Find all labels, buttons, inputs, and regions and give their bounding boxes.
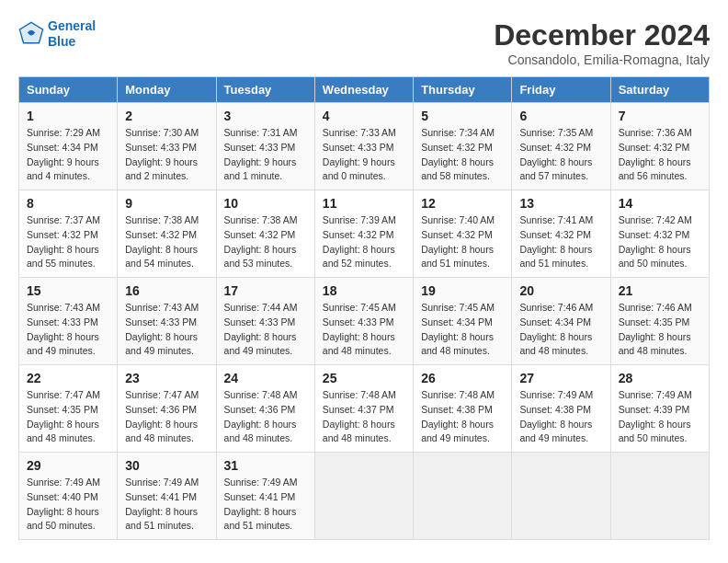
day-info: Sunrise: 7:49 AM Sunset: 4:39 PM Dayligh… — [619, 388, 701, 446]
day-info: Sunrise: 7:40 AM Sunset: 4:32 PM Dayligh… — [421, 213, 504, 271]
location-subtitle: Consandolo, Emilia-Romagna, Italy — [494, 52, 710, 67]
day-info: Sunrise: 7:34 AM Sunset: 4:32 PM Dayligh… — [421, 126, 504, 184]
calendar-cell: 17 Sunrise: 7:44 AM Sunset: 4:33 PM Dayl… — [216, 278, 314, 365]
calendar-cell: 6 Sunrise: 7:35 AM Sunset: 4:32 PM Dayli… — [512, 103, 610, 190]
day-info: Sunrise: 7:43 AM Sunset: 4:33 PM Dayligh… — [125, 301, 208, 359]
day-number: 5 — [421, 109, 504, 123]
day-number: 14 — [619, 196, 701, 211]
day-number: 8 — [27, 196, 109, 211]
day-header-tuesday: Tuesday — [216, 77, 314, 103]
calendar-cell — [414, 453, 512, 540]
calendar-cell: 3 Sunrise: 7:31 AM Sunset: 4:33 PM Dayli… — [216, 103, 314, 190]
calendar-cell: 27 Sunrise: 7:49 AM Sunset: 4:38 PM Dayl… — [512, 365, 610, 453]
day-info: Sunrise: 7:35 AM Sunset: 4:32 PM Dayligh… — [519, 126, 602, 184]
day-number: 17 — [224, 283, 307, 298]
day-number: 21 — [619, 283, 701, 298]
day-header-wednesday: Wednesday — [314, 77, 413, 103]
day-info: Sunrise: 7:37 AM Sunset: 4:32 PM Dayligh… — [27, 213, 109, 271]
day-number: 24 — [224, 371, 307, 385]
page-header: General Blue December 2024 Consandolo, E… — [18, 18, 710, 67]
day-info: Sunrise: 7:38 AM Sunset: 4:32 PM Dayligh… — [224, 213, 307, 271]
day-number: 10 — [224, 196, 307, 211]
calendar-week-3: 15 Sunrise: 7:43 AM Sunset: 4:33 PM Dayl… — [19, 278, 710, 365]
day-info: Sunrise: 7:46 AM Sunset: 4:35 PM Dayligh… — [619, 301, 701, 359]
calendar-cell: 1 Sunrise: 7:29 AM Sunset: 4:34 PM Dayli… — [19, 103, 118, 190]
day-number: 16 — [125, 283, 208, 298]
day-info: Sunrise: 7:49 AM Sunset: 4:41 PM Dayligh… — [224, 476, 307, 534]
day-number: 15 — [27, 283, 109, 298]
calendar-cell: 9 Sunrise: 7:38 AM Sunset: 4:32 PM Dayli… — [118, 190, 216, 278]
day-info: Sunrise: 7:45 AM Sunset: 4:34 PM Dayligh… — [421, 301, 504, 359]
calendar-cell: 12 Sunrise: 7:40 AM Sunset: 4:32 PM Dayl… — [414, 190, 512, 278]
day-info: Sunrise: 7:41 AM Sunset: 4:32 PM Dayligh… — [519, 213, 602, 271]
calendar-cell: 25 Sunrise: 7:48 AM Sunset: 4:37 PM Dayl… — [314, 365, 413, 453]
day-number: 23 — [125, 371, 208, 385]
calendar-cell: 20 Sunrise: 7:46 AM Sunset: 4:34 PM Dayl… — [512, 278, 610, 365]
day-number: 22 — [27, 371, 109, 385]
calendar-cell: 13 Sunrise: 7:41 AM Sunset: 4:32 PM Dayl… — [512, 190, 610, 278]
calendar-cell: 22 Sunrise: 7:47 AM Sunset: 4:35 PM Dayl… — [19, 365, 118, 453]
day-number: 2 — [125, 109, 208, 123]
day-number: 26 — [421, 371, 504, 385]
calendar-cell: 2 Sunrise: 7:30 AM Sunset: 4:33 PM Dayli… — [118, 103, 216, 190]
calendar-cell: 11 Sunrise: 7:39 AM Sunset: 4:32 PM Dayl… — [314, 190, 413, 278]
day-header-monday: Monday — [118, 77, 216, 103]
day-number: 25 — [323, 371, 405, 385]
day-info: Sunrise: 7:49 AM Sunset: 4:38 PM Dayligh… — [519, 388, 602, 446]
logo-line1: General — [48, 18, 96, 33]
day-number: 31 — [224, 458, 307, 473]
day-number: 20 — [519, 283, 602, 298]
day-number: 3 — [224, 109, 307, 123]
day-info: Sunrise: 7:39 AM Sunset: 4:32 PM Dayligh… — [323, 213, 405, 271]
day-info: Sunrise: 7:30 AM Sunset: 4:33 PM Dayligh… — [125, 126, 208, 184]
day-info: Sunrise: 7:42 AM Sunset: 4:32 PM Dayligh… — [619, 213, 701, 271]
day-header-thursday: Thursday — [414, 77, 512, 103]
title-block: December 2024 Consandolo, Emilia-Romagna… — [494, 18, 710, 67]
day-number: 9 — [125, 196, 208, 211]
calendar-cell: 26 Sunrise: 7:48 AM Sunset: 4:38 PM Dayl… — [414, 365, 512, 453]
calendar-cell — [610, 453, 709, 540]
calendar-table: SundayMondayTuesdayWednesdayThursdayFrid… — [18, 76, 710, 540]
calendar-week-2: 8 Sunrise: 7:37 AM Sunset: 4:32 PM Dayli… — [19, 190, 710, 278]
day-header-saturday: Saturday — [610, 77, 709, 103]
calendar-cell: 21 Sunrise: 7:46 AM Sunset: 4:35 PM Dayl… — [610, 278, 709, 365]
day-number: 19 — [421, 283, 504, 298]
calendar-cell: 31 Sunrise: 7:49 AM Sunset: 4:41 PM Dayl… — [216, 453, 314, 540]
day-number: 30 — [125, 458, 208, 473]
day-info: Sunrise: 7:46 AM Sunset: 4:34 PM Dayligh… — [519, 301, 602, 359]
calendar-cell: 29 Sunrise: 7:49 AM Sunset: 4:40 PM Dayl… — [19, 453, 118, 540]
logo-icon — [18, 21, 44, 47]
calendar-cell: 5 Sunrise: 7:34 AM Sunset: 4:32 PM Dayli… — [414, 103, 512, 190]
calendar-cell: 30 Sunrise: 7:49 AM Sunset: 4:41 PM Dayl… — [118, 453, 216, 540]
day-number: 7 — [619, 109, 701, 123]
calendar-week-1: 1 Sunrise: 7:29 AM Sunset: 4:34 PM Dayli… — [19, 103, 710, 190]
calendar-cell: 14 Sunrise: 7:42 AM Sunset: 4:32 PM Dayl… — [610, 190, 709, 278]
calendar-cell — [314, 453, 413, 540]
day-number: 12 — [421, 196, 504, 211]
day-info: Sunrise: 7:48 AM Sunset: 4:37 PM Dayligh… — [323, 388, 405, 446]
day-number: 27 — [519, 371, 602, 385]
day-info: Sunrise: 7:33 AM Sunset: 4:33 PM Dayligh… — [323, 126, 405, 184]
day-number: 1 — [27, 109, 109, 123]
calendar-cell: 23 Sunrise: 7:47 AM Sunset: 4:36 PM Dayl… — [118, 365, 216, 453]
day-info: Sunrise: 7:44 AM Sunset: 4:33 PM Dayligh… — [224, 301, 307, 359]
calendar-cell: 10 Sunrise: 7:38 AM Sunset: 4:32 PM Dayl… — [216, 190, 314, 278]
day-number: 6 — [519, 109, 602, 123]
day-info: Sunrise: 7:36 AM Sunset: 4:32 PM Dayligh… — [619, 126, 701, 184]
day-header-friday: Friday — [512, 77, 610, 103]
day-header-sunday: Sunday — [19, 77, 118, 103]
day-info: Sunrise: 7:29 AM Sunset: 4:34 PM Dayligh… — [27, 126, 109, 184]
month-title: December 2024 — [494, 18, 710, 52]
day-number: 4 — [323, 109, 405, 123]
calendar-cell: 8 Sunrise: 7:37 AM Sunset: 4:32 PM Dayli… — [19, 190, 118, 278]
day-number: 28 — [619, 371, 701, 385]
calendar-cell: 7 Sunrise: 7:36 AM Sunset: 4:32 PM Dayli… — [610, 103, 709, 190]
day-info: Sunrise: 7:47 AM Sunset: 4:35 PM Dayligh… — [27, 388, 109, 446]
logo: General Blue — [18, 18, 96, 50]
calendar-cell: 24 Sunrise: 7:48 AM Sunset: 4:36 PM Dayl… — [216, 365, 314, 453]
day-info: Sunrise: 7:48 AM Sunset: 4:36 PM Dayligh… — [224, 388, 307, 446]
day-info: Sunrise: 7:43 AM Sunset: 4:33 PM Dayligh… — [27, 301, 109, 359]
day-number: 18 — [323, 283, 405, 298]
day-header-row: SundayMondayTuesdayWednesdayThursdayFrid… — [19, 77, 710, 103]
logo-text: General Blue — [48, 18, 96, 50]
